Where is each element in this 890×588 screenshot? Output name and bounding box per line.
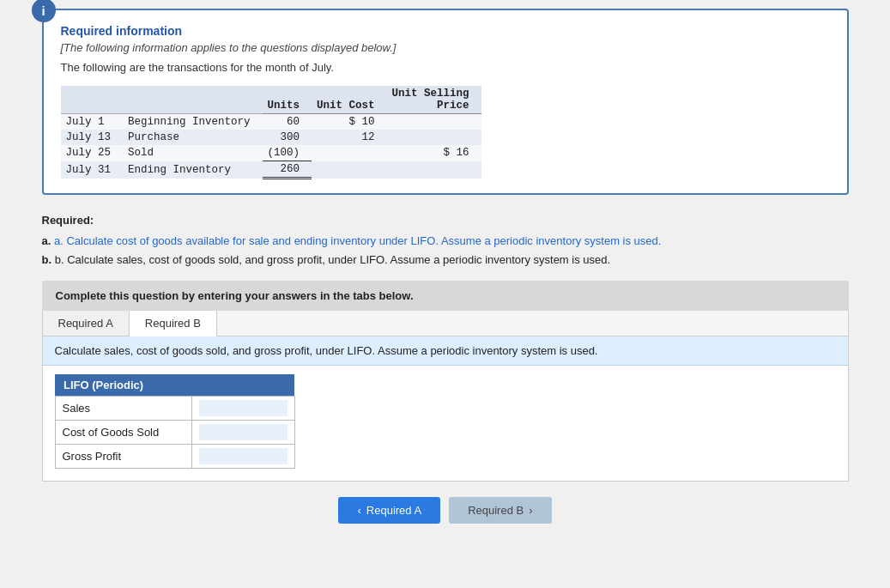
info-title: Required information xyxy=(61,24,830,38)
next-button[interactable]: Required B › xyxy=(449,497,551,524)
lifo-row-input-cell[interactable] xyxy=(191,444,294,468)
trans-unit-selling-price: $ 16 xyxy=(387,145,481,161)
prev-button[interactable]: ‹ Required A xyxy=(338,497,440,524)
trans-unit-selling-price xyxy=(387,114,481,130)
info-intro: The following are the transactions for t… xyxy=(61,61,830,74)
tabs-row: Required A Required B xyxy=(43,311,848,336)
lifo-table-header: LIFO (Periodic) xyxy=(55,374,191,397)
lifo-row-input[interactable] xyxy=(199,424,288,440)
info-subtitle: [The following information applies to th… xyxy=(61,41,830,54)
trans-unit-cost xyxy=(312,145,387,161)
tab-description: Calculate sales, cost of goods sold, and… xyxy=(43,336,848,366)
lifo-row-input[interactable] xyxy=(199,400,288,416)
trans-units: 60 xyxy=(263,114,312,130)
lifo-row-label: Gross Profit xyxy=(55,444,191,468)
trans-unit-selling-price xyxy=(387,130,481,145)
lifo-row-input-cell[interactable] xyxy=(191,420,294,444)
lifo-table-wrapper: LIFO (Periodic) SalesCost of Goods SoldG… xyxy=(43,366,848,481)
trans-unit-cost xyxy=(312,161,387,179)
instruction-bar: Complete this question by entering your … xyxy=(42,281,849,311)
lifo-row-label: Sales xyxy=(55,396,191,420)
tab-content: Calculate sales, cost of goods sold, and… xyxy=(43,336,848,481)
trans-date: July 25 xyxy=(61,145,124,161)
lifo-table-value-header xyxy=(191,374,294,397)
required-line-b: b. b. Calculate sales, cost of goods sol… xyxy=(42,252,849,269)
lifo-row: Cost of Goods Sold xyxy=(55,420,294,444)
tab-required-a[interactable]: Required A xyxy=(43,311,130,336)
trans-units: (100) xyxy=(263,145,312,161)
trans-description: Purchase xyxy=(123,130,263,145)
lifo-row-input[interactable] xyxy=(199,448,288,464)
trans-unit-selling-price xyxy=(387,161,481,179)
trans-unit-cost: $ 10 xyxy=(312,114,387,130)
trans-description: Beginning Inventory xyxy=(123,114,263,130)
tab-required-b[interactable]: Required B xyxy=(130,311,217,336)
trans-date: July 13 xyxy=(61,130,124,145)
trans-date: July 31 xyxy=(61,161,124,179)
trans-unit-cost: 12 xyxy=(312,130,387,145)
instruction-text: Complete this question by entering your … xyxy=(56,289,414,302)
lifo-row-label: Cost of Goods Sold xyxy=(55,420,191,444)
lifo-row: Sales xyxy=(55,396,294,420)
required-line-a: a. a. Calculate cost of goods available … xyxy=(42,233,849,250)
required-label: Required: xyxy=(42,212,849,229)
info-icon: i xyxy=(32,0,56,22)
trans-description: Sold xyxy=(123,145,263,161)
trans-date: July 1 xyxy=(61,114,124,130)
bottom-nav: ‹ Required A Required B › xyxy=(42,497,849,524)
lifo-row-input-cell[interactable] xyxy=(191,396,294,420)
lifo-row: Gross Profit xyxy=(55,444,294,468)
next-button-label: Required B xyxy=(468,504,524,517)
trans-description: Ending Inventory xyxy=(123,161,263,179)
lifo-table: LIFO (Periodic) SalesCost of Goods SoldG… xyxy=(55,374,295,469)
trans-units: 260 xyxy=(263,161,312,179)
tabs-container: Required A Required B Calculate sales, c… xyxy=(42,311,849,482)
trans-units: 300 xyxy=(263,130,312,145)
info-box: i Required information [The following in… xyxy=(42,9,849,195)
required-section: Required: a. a. Calculate cost of goods … xyxy=(42,212,849,269)
transactions-table: Units Unit Cost Unit SellingPrice July 1… xyxy=(61,86,481,179)
prev-button-label: Required A xyxy=(366,504,421,517)
